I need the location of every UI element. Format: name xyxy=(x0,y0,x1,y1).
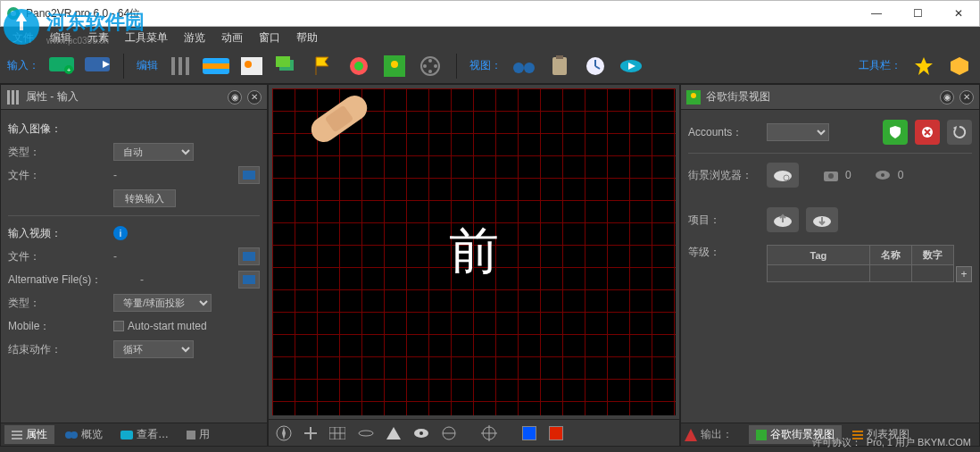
svg-rect-46 xyxy=(120,431,133,439)
svg-rect-29 xyxy=(556,55,563,59)
panel-close-button[interactable]: ✕ xyxy=(247,90,262,105)
mask-icon[interactable] xyxy=(345,53,372,80)
accounts-select[interactable] xyxy=(767,123,829,141)
section-input-image: 输入图像： xyxy=(8,121,106,137)
menu-help[interactable]: 帮助 xyxy=(289,29,325,47)
menu-tour[interactable]: 游览 xyxy=(177,29,212,47)
globe-half-icon[interactable] xyxy=(442,426,456,440)
open-pano-icon[interactable]: + xyxy=(48,53,75,80)
images-stack-icon[interactable] xyxy=(274,53,301,80)
output-label: 输出： xyxy=(701,427,733,442)
svg-rect-47 xyxy=(187,431,195,439)
minimize-button[interactable]: — xyxy=(856,0,897,27)
toolbar-tools-label: 工具栏： xyxy=(859,58,901,73)
tab-view[interactable]: 查看… xyxy=(113,425,176,444)
cloud-download-icon[interactable] xyxy=(806,207,838,232)
svg-rect-13 xyxy=(241,57,262,75)
type-select[interactable]: 自动 xyxy=(113,143,194,161)
svg-point-54 xyxy=(419,431,423,435)
add-level-button[interactable]: + xyxy=(956,266,972,282)
vfile-browse-button[interactable] xyxy=(238,247,260,265)
close-button[interactable]: ✕ xyxy=(938,0,979,27)
toolbar-edit-label: 编辑 xyxy=(137,58,158,73)
package-tool-icon[interactable] xyxy=(946,53,973,80)
svg-point-66 xyxy=(881,173,884,177)
compass-icon[interactable] xyxy=(276,425,292,441)
svg-point-64 xyxy=(828,173,834,179)
list-icon xyxy=(12,431,22,439)
svg-point-18 xyxy=(354,62,363,71)
svg-rect-39 xyxy=(243,252,255,261)
eye-count-icon xyxy=(875,170,891,180)
svg-point-22 xyxy=(428,59,432,63)
file-browse-button[interactable] xyxy=(238,166,260,184)
horizon-icon[interactable] xyxy=(358,427,374,439)
binoculars-icon[interactable] xyxy=(511,53,537,80)
streetview-panel: 谷歌街景视图 ◉ ✕ Accounts： 街景浏览器： 0 xyxy=(680,84,980,447)
properties-title: 属性 - 输入 xyxy=(26,89,222,105)
refresh-icon[interactable] xyxy=(947,120,972,145)
star-tool-icon[interactable] xyxy=(910,53,937,80)
menu-edit[interactable]: 编辑 xyxy=(43,29,79,47)
grid-icon[interactable] xyxy=(329,427,345,439)
svg-point-27 xyxy=(524,63,535,73)
svg-rect-38 xyxy=(243,171,255,180)
file-label: 文件： xyxy=(8,168,106,183)
svg-rect-37 xyxy=(16,90,19,105)
panorama-strip-icon[interactable] xyxy=(203,53,229,80)
menu-tools[interactable]: 工具菜单 xyxy=(118,29,175,47)
titlebar-window: Pano2VR pro 6.0 - 64位 — ☐ ✕ xyxy=(0,0,980,27)
table-row[interactable] xyxy=(768,265,870,282)
menu-window[interactable]: 窗口 xyxy=(252,29,287,47)
tab-properties[interactable]: 属性 xyxy=(4,425,54,444)
cloud-search-icon[interactable] xyxy=(767,163,799,188)
status-bar: 许可协议： Pro, 1 用户 BKYM.COM xyxy=(803,432,980,452)
svg-point-61 xyxy=(774,171,792,181)
autostart-muted-checkbox[interactable]: Auto-start muted xyxy=(113,320,207,332)
altfile-label: Alternative File(s)： xyxy=(8,272,133,288)
viewport[interactable]: 前 xyxy=(272,88,676,415)
shield-ok-icon[interactable] xyxy=(883,120,908,145)
streetview-title: 谷歌街景视图 xyxy=(706,89,934,105)
streetview-icon[interactable] xyxy=(381,53,408,80)
info-icon[interactable]: i xyxy=(113,226,128,240)
panel-close-button[interactable]: ✕ xyxy=(959,90,974,105)
vtype-select[interactable]: 等量/球面投影 xyxy=(113,294,212,312)
sliders-icon[interactable] xyxy=(167,53,194,80)
tab-overview[interactable]: 概览 xyxy=(58,425,110,444)
cone-icon[interactable] xyxy=(386,427,401,439)
eye-play-icon[interactable] xyxy=(618,53,644,80)
convert-input-button[interactable]: 转换输入 xyxy=(113,189,176,207)
levels-table[interactable]: Tag 名称 数字 xyxy=(767,245,954,282)
menu-elements[interactable]: 元素 xyxy=(80,29,116,47)
add-icon[interactable] xyxy=(304,427,317,439)
panel-popout-button[interactable]: ◉ xyxy=(228,90,242,105)
svg-marker-33 xyxy=(915,57,933,75)
tab-use[interactable]: 用 xyxy=(179,425,217,444)
maximize-button[interactable]: ☐ xyxy=(897,0,938,27)
contact-card-icon[interactable] xyxy=(238,53,265,80)
flag-icon[interactable] xyxy=(310,53,336,80)
sliders-small-icon xyxy=(6,90,21,105)
svg-point-20 xyxy=(391,61,398,68)
svg-rect-40 xyxy=(243,275,255,284)
endaction-select[interactable]: 循环 xyxy=(113,340,194,358)
clock-icon[interactable] xyxy=(582,53,609,80)
camera-count: 0 xyxy=(845,169,851,181)
eye-icon[interactable] xyxy=(413,427,429,439)
menu-animation[interactable]: 动画 xyxy=(214,29,250,47)
svg-point-2 xyxy=(11,11,16,16)
remove-account-icon[interactable] xyxy=(915,120,940,145)
svg-point-14 xyxy=(245,61,252,68)
panel-popout-button[interactable]: ◉ xyxy=(940,90,954,105)
color-swatch-blue[interactable] xyxy=(522,426,536,440)
menu-file[interactable]: 文件 xyxy=(5,29,41,47)
altfile-browse-button[interactable] xyxy=(238,271,260,289)
film-reel-icon[interactable] xyxy=(417,53,444,80)
color-swatch-red[interactable] xyxy=(549,426,563,440)
vfile-label: 文件： xyxy=(8,249,106,264)
open-video-icon[interactable] xyxy=(84,53,111,80)
clipboard-icon[interactable] xyxy=(546,53,573,80)
target-icon[interactable] xyxy=(481,425,497,441)
cloud-upload-icon[interactable] xyxy=(767,207,799,232)
